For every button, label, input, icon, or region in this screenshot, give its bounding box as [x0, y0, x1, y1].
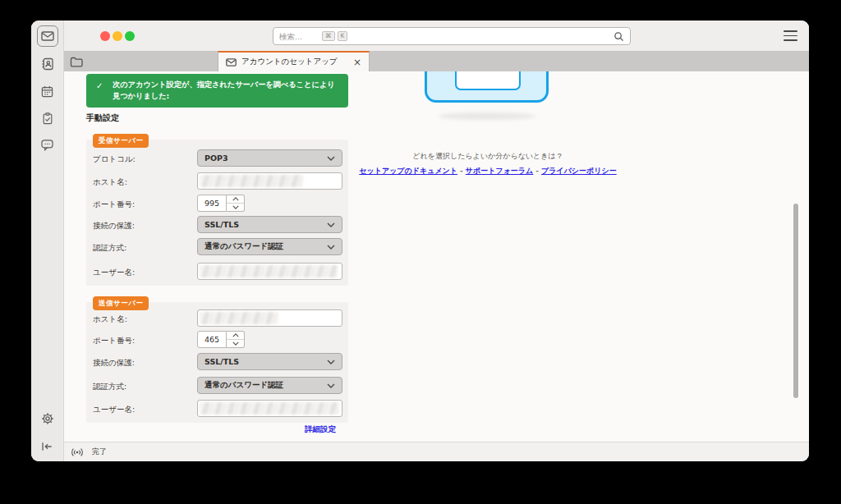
outgoing-hostname-input[interactable]	[197, 309, 342, 327]
space-tasks-button[interactable]	[37, 108, 58, 129]
mail-icon	[226, 58, 237, 66]
connection-security-label: 接続の保護:	[93, 358, 135, 367]
mail-illustration	[425, 71, 549, 103]
link-separator: -	[460, 167, 463, 175]
settings-gear-icon	[41, 412, 54, 425]
checkmark-icon: ✓	[96, 80, 103, 93]
tab-title: アカウントのセットアップ	[241, 57, 338, 67]
chevron-down-icon	[327, 156, 335, 161]
address-book-icon	[41, 57, 54, 71]
outgoing-security-value: SSL/TLS	[205, 357, 239, 366]
incoming-port-row: ポート番号:	[93, 195, 343, 212]
app-menu-button[interactable]	[784, 30, 797, 41]
port-label: ポート番号:	[93, 336, 135, 345]
menu-line	[784, 30, 797, 32]
incoming-username-input[interactable]	[197, 263, 342, 280]
redacted-value	[200, 312, 278, 324]
outgoing-security-select[interactable]: SSL/TLS	[197, 353, 342, 370]
hostname-label: ホスト名:	[93, 314, 127, 323]
chevron-down-icon	[327, 245, 335, 250]
settings-button[interactable]	[37, 408, 58, 429]
zoom-window-button[interactable]	[125, 31, 135, 41]
outgoing-server-panel: 送信サーバー ホスト名: ポート番号: 接続の保護:	[86, 302, 348, 423]
manual-config-heading: 手動設定	[86, 112, 119, 124]
incoming-port-input[interactable]	[197, 195, 227, 212]
chat-icon	[41, 140, 53, 151]
folder-pane-button[interactable]	[70, 55, 83, 67]
mail-icon	[41, 31, 54, 41]
search-input[interactable]	[279, 32, 322, 41]
redacted-value	[200, 175, 303, 187]
space-chat-button[interactable]	[37, 135, 58, 156]
illustration-shadow	[439, 112, 535, 120]
space-mail-button[interactable]	[37, 25, 58, 47]
port-label: ポート番号:	[93, 199, 135, 208]
outgoing-port-input[interactable]	[197, 331, 227, 348]
connection-security-label: 接続の保護:	[93, 221, 135, 230]
incoming-auth-select[interactable]: 通常のパスワード認証	[197, 238, 342, 255]
outgoing-auth-select[interactable]: 通常のパスワード認証	[197, 377, 342, 394]
protocol-label: プロトコル:	[93, 154, 136, 163]
stepper-up-icon[interactable]	[227, 195, 244, 204]
username-label: ユーザー名:	[93, 405, 135, 414]
chevron-down-icon	[327, 222, 335, 227]
chevron-down-icon	[327, 360, 335, 364]
incoming-hostname-row: ホスト名:	[93, 172, 343, 190]
menu-line	[784, 39, 797, 41]
collapse-spaces-button[interactable]	[37, 436, 58, 457]
incoming-auth-value: 通常のパスワード認証	[205, 241, 283, 252]
minimize-window-button[interactable]	[113, 31, 122, 41]
tab-close-icon[interactable]: ×	[353, 57, 361, 67]
link-separator: -	[535, 167, 539, 175]
incoming-port-stepper[interactable]	[227, 195, 245, 212]
advanced-config-link[interactable]: 詳細設定	[86, 424, 336, 435]
incoming-username-row: ユーザー名:	[93, 263, 343, 280]
screen: ⌘ K アカウントのセットアップ × ✓	[0, 0, 841, 504]
privacy-policy-link[interactable]: プライバシーポリシー	[541, 167, 617, 175]
tab-bar: アカウントのセットアップ ×	[64, 51, 809, 71]
tab-account-setup[interactable]: アカウントのセットアップ ×	[218, 51, 370, 71]
outgoing-username-input[interactable]	[197, 400, 342, 417]
vertical-scrollbar-thumb[interactable]	[793, 204, 798, 398]
outgoing-port-row: ポート番号:	[93, 331, 343, 348]
folder-icon	[70, 57, 83, 67]
incoming-security-row: 接続の保護: SSL/TLS	[93, 216, 343, 233]
help-links-row: セットアップのドキュメント-サポートフォーラム-プライバシーポリシー	[310, 166, 665, 176]
outgoing-port-stepper[interactable]	[227, 331, 245, 348]
help-question-text: どれを選択したらよいか分からないときは？	[335, 151, 641, 162]
activity-broadcast-icon	[70, 447, 85, 457]
support-forum-link[interactable]: サポートフォーラム	[466, 167, 533, 175]
outgoing-hostname-row: ホスト名:	[93, 309, 343, 327]
outgoing-username-row: ユーザー名:	[93, 400, 343, 417]
space-addressbook-button[interactable]	[37, 53, 58, 75]
incoming-auth-row: 認証方式: 通常のパスワード認証	[93, 238, 343, 255]
protocol-value: POP3	[205, 153, 228, 163]
account-setup-content: ✓ 次のアカウント設定が、指定されたサーバーを調べることにより見つかりました: …	[64, 71, 809, 442]
spaces-toolbar	[31, 21, 64, 461]
protocol-select[interactable]: POP3	[197, 149, 342, 167]
incoming-security-value: SSL/TLS	[205, 220, 239, 229]
global-search-field[interactable]: ⌘ K	[273, 27, 631, 45]
tasks-icon	[42, 112, 53, 125]
search-icon	[614, 31, 624, 42]
status-text: 完了	[92, 447, 107, 457]
stepper-down-icon[interactable]	[227, 204, 244, 211]
stepper-down-icon[interactable]	[227, 340, 244, 347]
setup-docs-link[interactable]: セットアップのドキュメント	[359, 167, 457, 175]
auth-method-label: 認証方式:	[93, 382, 126, 391]
protocol-row: プロトコル: POP3	[93, 149, 343, 167]
redacted-value	[200, 402, 339, 415]
calendar-icon	[41, 85, 53, 98]
close-window-button[interactable]	[100, 31, 110, 41]
success-banner: ✓ 次のアカウント設定が、指定されたサーバーを調べることにより見つかりました:	[86, 74, 348, 108]
incoming-security-select[interactable]: SSL/TLS	[197, 216, 342, 233]
illustration-envelope-tray	[455, 71, 521, 90]
thunderbird-window: ⌘ K アカウントのセットアップ × ✓	[31, 21, 809, 461]
stepper-up-icon[interactable]	[227, 332, 244, 340]
unified-toolbar: ⌘ K	[64, 21, 809, 51]
incoming-server-badge: 受信サーバー	[93, 134, 149, 148]
collapse-sidebar-icon	[41, 442, 53, 451]
space-calendar-button[interactable]	[37, 80, 58, 102]
outgoing-server-badge: 送信サーバー	[93, 296, 149, 310]
outgoing-security-row: 接続の保護: SSL/TLS	[93, 353, 343, 370]
